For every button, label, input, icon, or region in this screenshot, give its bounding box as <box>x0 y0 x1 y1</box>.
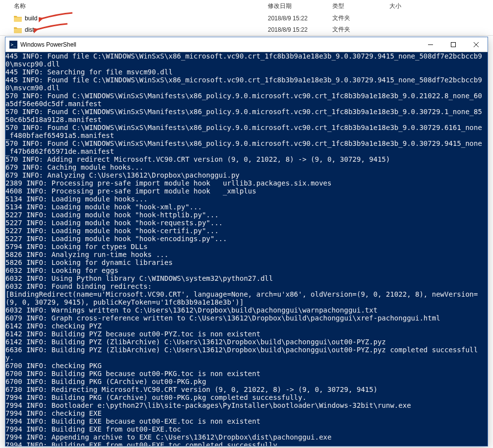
terminal-line: 570 INFO: Found C:\WINDOWS\WinSxS\Manife… <box>5 92 486 108</box>
terminal-line: 6032 INFO: Warnings written to C:\Users\… <box>5 306 486 314</box>
terminal-line: 7994 INFO: Building PKG (CArchive) out00… <box>5 393 486 401</box>
terminal-line: 6636 INFO: Building PYZ (ZlibArchive) C:… <box>5 346 486 362</box>
terminal-line: 7994 INFO: Bootloader e:\python27\lib\si… <box>5 401 486 409</box>
terminal-line: 6700 INFO: Building PKG because out00-PK… <box>5 370 486 378</box>
column-header-name[interactable]: 名称 <box>14 2 268 10</box>
window-title: Windows PowerShell <box>20 41 419 48</box>
terminal-line: 5794 INFO: Looking for ctypes DLLs <box>5 243 486 251</box>
terminal-line: 6700 INFO: Building PKG (CArchive) out00… <box>5 378 486 385</box>
explorer-column-headers: 名称 修改日期 类型 大小 <box>0 0 493 12</box>
terminal-line: 6700 INFO: checking PKG <box>5 362 486 370</box>
terminal-line: 570 INFO: Found C:\WINDOWS\WinSxS\Manife… <box>5 124 486 139</box>
svg-rect-0 <box>451 42 456 47</box>
file-date: 2018/8/9 15:22 <box>268 15 332 22</box>
terminal-line: 5227 INFO: Loading module hook "hook-cer… <box>5 227 486 235</box>
column-header-size[interactable]: 大小 <box>389 2 439 10</box>
terminal-line: [BindingRedirect(name=u'Microsoft.VC90.C… <box>5 290 486 306</box>
terminal-line: 7994 INFO: Appending archive to EXE C:\U… <box>5 433 486 441</box>
terminal-line: 6032 INFO: Found binding redirects: <box>5 282 486 290</box>
minimize-button[interactable] <box>419 37 442 52</box>
terminal-line: 5134 INFO: Loading module hook "hook-xml… <box>5 203 486 211</box>
folder-icon <box>14 26 22 33</box>
terminal-line: 7994 INFO: Building EXE because out00-EX… <box>5 417 486 425</box>
terminal-line: 445 INFO: Searching for file msvcm90.dll <box>5 68 486 76</box>
terminal-line: 570 INFO: Found C:\WINDOWS\WinSxS\Manife… <box>5 139 486 155</box>
terminal-line: 6142 INFO: checking PYZ <box>5 322 486 330</box>
powershell-window: >_ Windows PowerShell 445 INFO: Found fi… <box>5 37 488 447</box>
maximize-button[interactable] <box>442 37 465 52</box>
powershell-icon: >_ <box>9 41 17 49</box>
terminal-output[interactable]: 445 INFO: Found file C:\WINDOWS\WinSxS\x… <box>5 52 488 446</box>
file-type: 文件夹 <box>332 14 389 22</box>
terminal-line: 4608 INFO: Processing pre-safe import mo… <box>5 187 486 195</box>
terminal-line: 5227 INFO: Loading module hook "hook-req… <box>5 219 486 227</box>
terminal-line: 570 INFO: Found C:\WINDOWS\WinSxS\Manife… <box>5 108 486 124</box>
file-type: 文件夹 <box>332 25 389 34</box>
terminal-line: 679 INFO: Analyzing C:\Users\13612\Dropb… <box>5 171 486 179</box>
terminal-line: 7994 INFO: Building EXE from out00-EXE.t… <box>5 441 486 446</box>
file-date: 2018/8/9 15:22 <box>268 26 332 33</box>
terminal-line: 445 INFO: Found file C:\WINDOWS\WinSxS\x… <box>5 76 486 92</box>
column-header-date[interactable]: 修改日期 <box>268 2 332 10</box>
terminal-line: 5134 INFO: Loading module hooks... <box>5 195 486 203</box>
terminal-line: 6032 INFO: Using Python library C:\WINDO… <box>5 274 486 282</box>
folder-icon <box>14 15 22 22</box>
terminal-line: 5227 INFO: Loading module hook "hook-htt… <box>5 211 486 219</box>
terminal-line: 2389 INFO: Processing pre-safe import mo… <box>5 179 486 187</box>
titlebar[interactable]: >_ Windows PowerShell <box>5 37 488 52</box>
maximize-icon <box>451 42 456 47</box>
terminal-line: 570 INFO: Adding redirect Microsoft.VC90… <box>5 155 486 163</box>
close-button[interactable] <box>465 37 488 52</box>
file-row[interactable]: build 2018/8/9 15:22 文件夹 <box>0 12 493 24</box>
terminal-line: 6142 INFO: Building PYZ because out00-PY… <box>5 330 486 338</box>
terminal-line: 5826 INFO: Looking for dynamic libraries <box>5 258 486 266</box>
terminal-line: 7994 INFO: checking EXE <box>5 409 486 417</box>
close-icon <box>474 42 479 47</box>
terminal-line: 6142 INFO: Building PYZ (ZlibArchive) C:… <box>5 338 486 346</box>
terminal-line: 6079 INFO: Graph cross-reference written… <box>5 314 486 322</box>
terminal-line: 445 INFO: Found file C:\WINDOWS\WinSxS\x… <box>5 52 486 68</box>
terminal-line: 5227 INFO: Loading module hook "hook-enc… <box>5 235 486 243</box>
terminal-line: 6032 INFO: Looking for eggs <box>5 266 486 274</box>
minimize-icon <box>428 42 433 47</box>
file-row[interactable]: dist 2018/8/9 15:22 文件夹 <box>0 24 493 35</box>
file-name: build <box>25 15 268 22</box>
file-explorer: 名称 修改日期 类型 大小 build 2018/8/9 15:22 文件夹 d… <box>0 0 493 36</box>
terminal-line: 679 INFO: Caching module hooks... <box>5 163 486 171</box>
terminal-line: 5826 INFO: Analyzing run-time hooks ... <box>5 251 486 258</box>
file-name: dist <box>25 26 268 33</box>
terminal-line: 6730 INFO: Redirecting Microsoft.VC90.CR… <box>5 385 486 393</box>
terminal-line: 7994 INFO: Building EXE from out00-EXE.t… <box>5 425 486 433</box>
column-header-type[interactable]: 类型 <box>332 2 389 10</box>
